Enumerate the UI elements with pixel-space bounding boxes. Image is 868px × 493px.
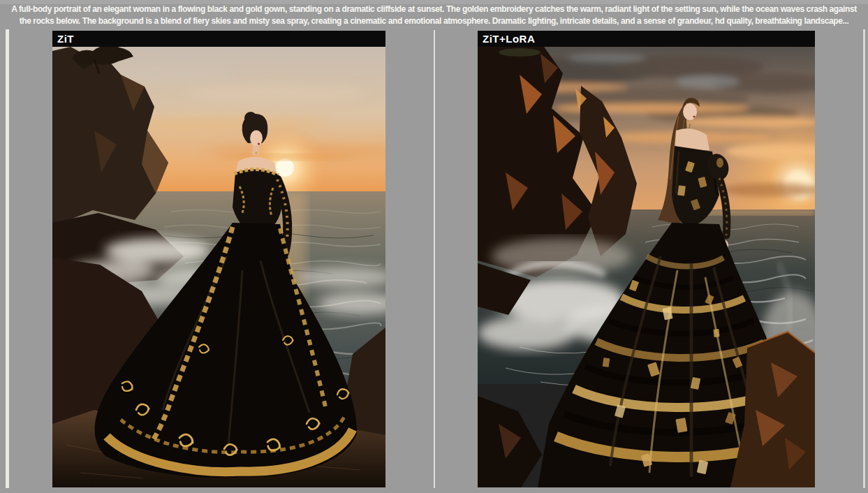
figure-canvas: A full-body portrait of an elegant woman… (0, 0, 868, 493)
zitlora-scene-art (478, 47, 815, 487)
panel-zit-label-bar: ZiT (52, 31, 385, 47)
page-edge-strip-left (6, 29, 9, 488)
zit-generated-image (52, 47, 385, 487)
zitlora-generated-image (478, 47, 815, 487)
page-edge-strip-right (863, 29, 865, 488)
panel-zitlora-label-bar: ZiT+LoRA (478, 31, 815, 47)
zit-scene-art (52, 47, 385, 487)
prompt-caption: A full-body portrait of an elegant woman… (0, 3, 868, 27)
panel-zitlora-label: ZiT+LoRA (483, 33, 535, 45)
panel-zit-label: ZiT (57, 33, 74, 45)
panel-divider (434, 30, 435, 488)
